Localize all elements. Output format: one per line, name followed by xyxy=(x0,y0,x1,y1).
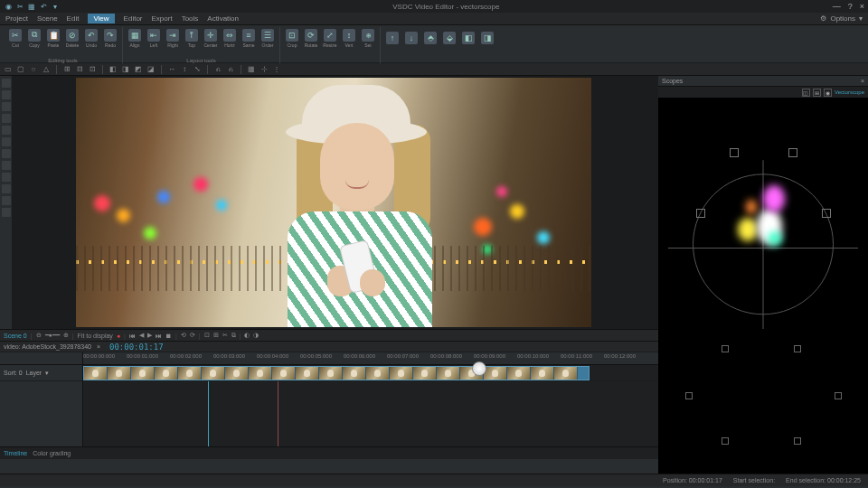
marker[interactable] xyxy=(278,381,278,446)
menu-project[interactable]: Project xyxy=(5,14,28,23)
gear-icon[interactable]: ⚙ xyxy=(820,14,826,23)
playhead[interactable] xyxy=(208,381,209,446)
zoom-in-icon[interactable]: ⊕ xyxy=(63,332,69,339)
ribbon-button[interactable]: ◧ xyxy=(460,27,476,49)
ribbon-button[interactable]: ↷Redo xyxy=(102,27,118,49)
ribbon-button[interactable]: ◨ xyxy=(479,27,495,49)
tool-icon[interactable]: ⊡ xyxy=(88,65,97,74)
tool-button[interactable] xyxy=(2,114,11,123)
tool-icon[interactable]: ⋮ xyxy=(272,65,281,74)
ribbon-button[interactable]: ≡Same xyxy=(241,27,257,49)
play-back-button[interactable]: ◀ xyxy=(139,332,144,339)
ribbon-button[interactable]: ↑ xyxy=(384,27,401,49)
tool-icon[interactable]: ◧ xyxy=(108,65,118,74)
ribbon-button[interactable]: ⎈Set xyxy=(360,27,376,49)
tool-icon[interactable]: ○ xyxy=(29,65,38,74)
ribbon-button[interactable]: ⧉Copy xyxy=(26,27,42,49)
tool-icon[interactable]: ⊹ xyxy=(259,65,269,74)
tool-icon[interactable]: ✂ xyxy=(222,332,228,339)
tool-button[interactable] xyxy=(2,184,11,193)
timeline-ruler[interactable]: 00:00:00:00000:00:01:00000:00:02:00000:0… xyxy=(0,352,658,365)
menu-edit[interactable]: Edit xyxy=(67,14,80,23)
ql-icon[interactable]: ▾ xyxy=(51,2,60,11)
tool-button[interactable] xyxy=(2,126,11,135)
options-label[interactable]: Options xyxy=(830,14,855,23)
ribbon-button[interactable]: ↕Vert xyxy=(341,27,357,49)
tab-color-grading[interactable]: Color grading xyxy=(33,450,71,456)
close-button[interactable]: × xyxy=(860,2,864,11)
scope-mode-button[interactable]: ⊞ xyxy=(813,89,821,97)
scope-mode-button[interactable]: ◉ xyxy=(824,89,832,97)
tool-icon[interactable]: ⧉ xyxy=(231,332,236,339)
ribbon-button[interactable]: ⊡Crop xyxy=(284,27,300,49)
tool-icon[interactable]: ⊟ xyxy=(75,65,84,74)
chevron-down-icon[interactable]: ▾ xyxy=(859,14,863,23)
timeline-empty-area[interactable] xyxy=(83,381,658,446)
ql-icon[interactable]: ▦ xyxy=(27,2,36,11)
ribbon-button[interactable]: ✂Cut xyxy=(7,27,24,49)
ribbon-button[interactable]: ↶Undo xyxy=(83,27,99,49)
ribbon-button[interactable]: ↓ xyxy=(403,27,420,49)
help-button[interactable]: ? xyxy=(848,2,853,11)
tool-icon[interactable]: ⊞ xyxy=(213,332,219,339)
tool-icon[interactable]: ⊞ xyxy=(62,65,71,74)
fit-label[interactable]: Fit to display xyxy=(78,333,113,339)
tool-icon[interactable]: ↕ xyxy=(180,65,189,74)
menu-export[interactable]: Export xyxy=(152,14,173,23)
tool-button[interactable] xyxy=(2,196,11,205)
ql-icon[interactable]: ✂ xyxy=(15,2,24,11)
ribbon-button[interactable]: ✛Center xyxy=(203,27,219,49)
track-layer[interactable]: Layer xyxy=(26,370,42,376)
menu-scene[interactable]: Scene xyxy=(37,14,58,23)
tool-icon[interactable]: ↔ xyxy=(167,65,176,74)
ribbon-button[interactable]: ☰Order xyxy=(259,27,276,49)
tool-button[interactable] xyxy=(2,102,11,111)
tool-button[interactable] xyxy=(2,149,11,158)
preview-panel[interactable] xyxy=(13,76,655,329)
zoom-out-icon[interactable]: ⊖ xyxy=(36,332,42,339)
tool-button[interactable] xyxy=(2,137,11,146)
track-sort[interactable]: Sort: 0 xyxy=(4,370,23,376)
ribbon-button[interactable]: ⬘ xyxy=(422,27,439,49)
tab-close-icon[interactable]: × xyxy=(97,343,100,350)
ribbon-button[interactable]: ▦Align xyxy=(127,27,143,49)
ribbon-button[interactable]: ⇔Horiz xyxy=(222,27,238,49)
tool-icon[interactable]: ◨ xyxy=(121,65,130,74)
next-frame-button[interactable]: ⏭ xyxy=(156,333,162,339)
stop-button[interactable]: ⏹ xyxy=(165,333,172,339)
loop-button[interactable]: ⟲ xyxy=(181,332,186,339)
timeline-track[interactable]: Sort: 0 Layer ▾ xyxy=(0,365,658,381)
scope-mode-button[interactable]: ◫ xyxy=(802,89,810,97)
tool-icon[interactable]: △ xyxy=(42,65,51,74)
ribbon-button[interactable]: ⤒Top xyxy=(184,27,200,49)
ql-icon[interactable]: ↶ xyxy=(39,2,48,11)
tool-icon[interactable]: ⊡ xyxy=(204,332,210,339)
tool-icon[interactable]: ⤡ xyxy=(193,65,202,74)
ribbon-button[interactable]: ⬙ xyxy=(441,27,458,49)
minimize-button[interactable]: — xyxy=(833,2,841,11)
menu-activation[interactable]: Activation xyxy=(207,14,239,23)
tab-timeline[interactable]: Timeline xyxy=(4,450,27,456)
tool-icon[interactable]: ◩ xyxy=(134,65,143,74)
menu-editor[interactable]: Editor xyxy=(124,14,143,23)
play-button[interactable]: ▶ xyxy=(147,332,152,339)
record-icon[interactable]: ● xyxy=(117,333,120,339)
tool-icon[interactable]: ◪ xyxy=(146,65,156,74)
menu-tools[interactable]: Tools xyxy=(182,14,199,23)
video-clip[interactable] xyxy=(83,366,590,380)
ribbon-button[interactable]: 📋Paste xyxy=(45,27,61,49)
ribbon-button[interactable]: ⤢Resize xyxy=(322,27,338,49)
prev-frame-button[interactable]: ⏮ xyxy=(129,333,136,339)
close-icon[interactable]: × xyxy=(861,78,864,84)
scene-tab[interactable]: Scene 0 xyxy=(4,333,27,339)
tool-icon[interactable]: ▦ xyxy=(247,65,256,74)
scope-mode-label[interactable]: Vectorscope xyxy=(835,89,864,97)
tool-icon[interactable]: ▭ xyxy=(4,65,13,74)
tool-icon[interactable]: ⎌ xyxy=(226,65,235,74)
ribbon-button[interactable]: ⊘Delete xyxy=(64,27,80,49)
tool-button[interactable] xyxy=(2,161,11,170)
tool-button[interactable] xyxy=(2,79,11,88)
tool-icon[interactable]: ⎌ xyxy=(213,65,222,74)
zoom-slider[interactable]: ━●━━ xyxy=(45,332,60,339)
tool-icon[interactable]: ◐ xyxy=(244,332,250,339)
